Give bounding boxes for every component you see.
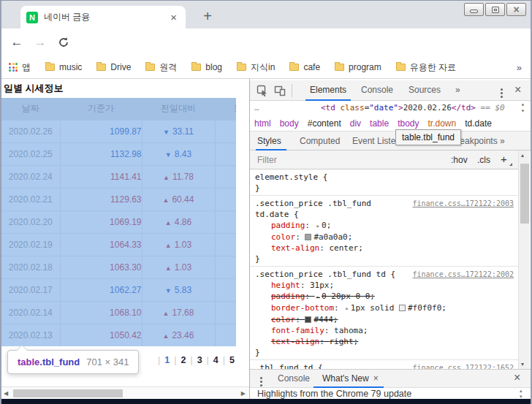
tab-console[interactable]: Console bbox=[361, 85, 393, 95]
css-declaration[interactable]: text-align: center; bbox=[255, 243, 514, 254]
page-number-4[interactable]: 4 bbox=[213, 355, 218, 365]
color-swatch[interactable] bbox=[305, 234, 311, 240]
bookmark-label: 원격 bbox=[159, 61, 177, 74]
active-tab[interactable]: N 네이버 금융 × bbox=[20, 6, 186, 28]
breadcrumb-content[interactable]: #content bbox=[308, 118, 341, 129]
dom-tree[interactable]: … <td class="date">2020.02.26</td> == $0… bbox=[250, 101, 531, 115]
page-number-3[interactable]: 3 bbox=[197, 355, 202, 365]
devtools-menu-button[interactable] bbox=[496, 87, 506, 91]
date-cell: 2020.02.14 bbox=[1, 301, 60, 324]
breadcrumb-trdown[interactable]: tr.down bbox=[428, 118, 456, 129]
tab-close-icon[interactable]: × bbox=[167, 11, 180, 23]
drawer-tab-console[interactable]: Console bbox=[278, 373, 310, 384]
close-window-button[interactable]: × bbox=[506, 3, 526, 16]
new-tab-button[interactable]: + bbox=[197, 6, 218, 26]
css-declaration[interactable]: color: #444; bbox=[255, 314, 514, 325]
expand-icon[interactable]: ▸ bbox=[316, 222, 320, 229]
css-selector[interactable]: .section_price .tbl_fund bbox=[255, 198, 371, 209]
bookmark-item[interactable]: 원격 bbox=[145, 61, 177, 74]
scroll-right-icon[interactable]: ▶ bbox=[241, 390, 246, 397]
css-declaration[interactable]: color: #a0a0a0; bbox=[255, 232, 514, 243]
expand-icon[interactable]: ▸ bbox=[345, 305, 349, 312]
tab-styles[interactable]: Styles bbox=[257, 136, 281, 146]
horizontal-scrollbar[interactable]: ◀ ▶ bbox=[1, 386, 249, 399]
devtools-close-button[interactable]: × bbox=[514, 83, 521, 96]
device-toolbar-button[interactable] bbox=[274, 85, 286, 96]
inspect-tooltip-class: .tbl_fund bbox=[39, 357, 80, 367]
breadcrumb-tbody[interactable]: tbody bbox=[398, 118, 419, 129]
inspect-cursor-icon bbox=[256, 85, 268, 96]
css-property-name: font-family bbox=[271, 326, 324, 335]
css-declaration[interactable]: height: 31px; bbox=[255, 280, 514, 291]
bookmark-item[interactable]: Drive bbox=[96, 61, 131, 74]
table-row: 2020.02.171062.27▼5.83 bbox=[1, 278, 236, 301]
stylesheet-link[interactable]: finance.css…172122:2002 bbox=[408, 269, 514, 280]
bookmark-item[interactable]: music bbox=[45, 61, 82, 74]
css-selector-line[interactable]: td.date { bbox=[255, 209, 514, 220]
css-declaration[interactable]: text-align: right; bbox=[255, 336, 514, 347]
scrollbar-thumb[interactable] bbox=[13, 389, 123, 397]
breadcrumb-tddate[interactable]: td.date bbox=[465, 118, 492, 129]
more-sidebar-tabs-chevron[interactable]: » bbox=[500, 136, 505, 146]
inspect-element-button[interactable] bbox=[256, 85, 268, 96]
styles-scrollbar[interactable]: ▴ ▾ bbox=[518, 150, 530, 369]
apps-shortcut[interactable]: 앱 bbox=[9, 61, 31, 74]
new-style-rule-button[interactable]: + bbox=[501, 153, 507, 165]
bookmark-item[interactable]: 유용한 자료 bbox=[396, 61, 456, 74]
reload-button[interactable] bbox=[56, 34, 72, 50]
css-colon: : bbox=[334, 303, 343, 313]
pagination-separator: | bbox=[218, 355, 229, 365]
css-declaration[interactable]: padding: ▸0; bbox=[255, 220, 514, 232]
scroll-left-icon[interactable]: ◀ bbox=[4, 390, 8, 397]
dom-scroll-arrows[interactable]: ▴ ▾ bbox=[521, 101, 525, 114]
drawer-menu-button[interactable] bbox=[257, 376, 265, 379]
page-number-5[interactable]: 5 bbox=[229, 355, 235, 365]
tab-elements[interactable]: Elements bbox=[310, 85, 346, 95]
css-declaration[interactable]: border-bottom: ▸1px solid #f0f0f0; bbox=[255, 302, 514, 314]
apps-label: 앱 bbox=[22, 61, 31, 74]
toggle-cls-button[interactable]: .cls bbox=[477, 155, 490, 165]
bookmarks-overflow-chevron[interactable]: » bbox=[517, 62, 522, 73]
tab-computed[interactable]: Computed bbox=[300, 136, 340, 146]
bookmark-item[interactable]: cafe bbox=[289, 61, 320, 74]
breadcrumb-div[interactable]: div bbox=[350, 118, 361, 129]
bookmark-item[interactable]: 지식in bbox=[237, 61, 275, 74]
tab-sources[interactable]: Sources bbox=[408, 85, 441, 95]
bookmark-item[interactable]: blog bbox=[191, 61, 222, 74]
styles-filter-input[interactable]: Filter bbox=[257, 155, 277, 165]
folder-icon bbox=[45, 64, 55, 71]
scroll-down-icon[interactable]: ▾ bbox=[521, 361, 524, 367]
color-swatch[interactable] bbox=[399, 305, 406, 311]
css-selector[interactable]: element.style { bbox=[255, 172, 327, 183]
breadcrumb-html[interactable]: html bbox=[254, 118, 271, 129]
bookmark-item[interactable]: program bbox=[335, 61, 381, 74]
back-button[interactable]: ← bbox=[9, 34, 25, 50]
drawer-tab-close-icon[interactable]: × bbox=[373, 373, 379, 384]
scrollbar-thumb[interactable] bbox=[520, 164, 529, 224]
minimize-button[interactable] bbox=[464, 3, 484, 16]
stylesheet-link[interactable]: finance.css…172122:2003 bbox=[408, 198, 514, 209]
expand-icon[interactable]: ▸ bbox=[316, 293, 320, 300]
apps-grid-icon bbox=[9, 63, 18, 72]
scroll-down-icon[interactable]: ▾ bbox=[521, 107, 525, 114]
whats-new-headline[interactable]: Highlights from the Chrome 79 update bbox=[257, 389, 411, 399]
breadcrumb-table[interactable]: table bbox=[370, 118, 389, 129]
css-declaration[interactable]: font-family: tahoma; bbox=[255, 325, 514, 336]
scroll-up-icon[interactable]: ▴ bbox=[520, 388, 522, 394]
scroll-up-icon[interactable]: ▴ bbox=[521, 152, 524, 159]
forward-button[interactable]: → bbox=[32, 34, 48, 50]
toggle-hov-button[interactable]: :hov bbox=[451, 155, 468, 165]
change-value: 8.43 bbox=[175, 149, 191, 159]
css-declaration[interactable]: padding: ▸0 20px 0 0; bbox=[255, 291, 514, 302]
drawer-scroll-arrows[interactable]: ▴ ▾ bbox=[520, 388, 522, 400]
more-tabs-chevron[interactable]: » bbox=[455, 85, 460, 95]
drawer-close-button[interactable]: × bbox=[514, 371, 520, 384]
scroll-up-icon[interactable]: ▴ bbox=[521, 101, 525, 107]
color-swatch[interactable] bbox=[305, 316, 311, 323]
window-controls: × bbox=[464, 3, 526, 16]
drawer-tab-whats-new[interactable]: What's New× bbox=[322, 373, 379, 384]
selected-dom-node[interactable]: <td class="date">2020.02.26</td> == $0 bbox=[321, 101, 505, 115]
css-selector[interactable]: .section_price .tbl_fund td { bbox=[255, 269, 395, 280]
restore-button[interactable] bbox=[485, 3, 505, 16]
breadcrumb-body[interactable]: body bbox=[280, 118, 299, 129]
